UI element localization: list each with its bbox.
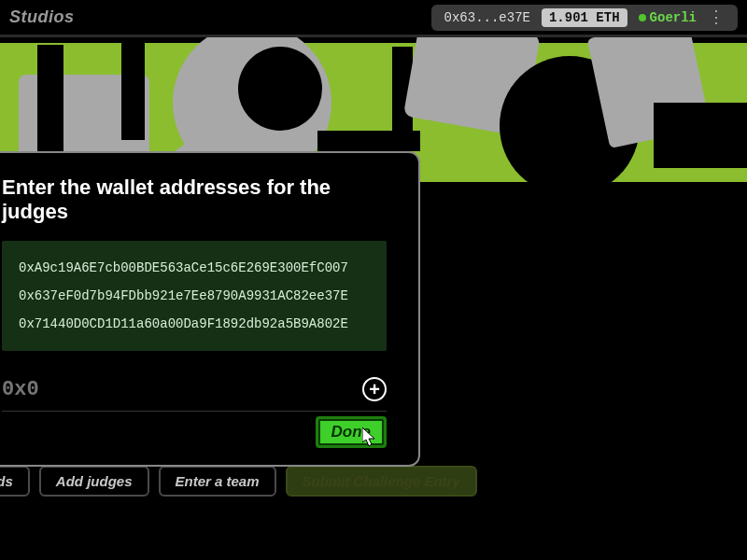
network-status-icon (639, 14, 646, 21)
svg-rect-12 (654, 103, 747, 168)
wallet-address: 0x63...e37E (439, 8, 536, 27)
judge-address: 0x71440D0CD1D11a60a00Da9F1892db92a5B9A80… (19, 310, 370, 338)
action-bar: unds Add judges Enter a team Submit Chal… (0, 466, 477, 497)
modal-title: Enter the wallet addresses for the judge… (2, 175, 387, 224)
svg-rect-4 (121, 37, 145, 140)
wallet-balance: 1.901 ETH (542, 8, 627, 27)
judge-address-list: 0xA9c19A6E7cb00BDE563aCe15c6E269E300EfC0… (2, 241, 387, 351)
svg-point-6 (238, 47, 322, 131)
enter-team-button[interactable]: Enter a team (159, 466, 276, 497)
address-input-row: + (2, 371, 387, 412)
done-button[interactable]: Done (316, 416, 388, 448)
add-address-button[interactable]: + (362, 377, 387, 401)
modal-footer: Done (2, 416, 387, 448)
kebab-menu-icon[interactable]: ⋮ (702, 9, 730, 26)
wallet-pill[interactable]: 0x63...e37E 1.901 ETH Goerli ⋮ (431, 5, 738, 31)
wallet-network: Goerli (639, 10, 697, 25)
judge-address: 0x637eF0d7b94FDbb921e7Ee8790A9931AC82ee3… (19, 282, 370, 310)
rounds-button[interactable]: unds (0, 466, 30, 497)
judges-modal: Enter the wallet addresses for the judge… (0, 151, 420, 467)
judge-address: 0xA9c19A6E7cb00BDE563aCe15c6E269E300EfC0… (19, 254, 370, 282)
add-judges-button[interactable]: Add judges (39, 466, 149, 497)
plus-icon: + (369, 380, 380, 399)
address-input[interactable] (2, 378, 353, 401)
topbar: Studios 0x63...e37E 1.901 ETH Goerli ⋮ (0, 0, 747, 37)
brand-label: Studios (9, 7, 75, 27)
network-label: Goerli (650, 10, 697, 25)
submit-entry-button[interactable]: Submit Challenge Entry (286, 466, 477, 497)
